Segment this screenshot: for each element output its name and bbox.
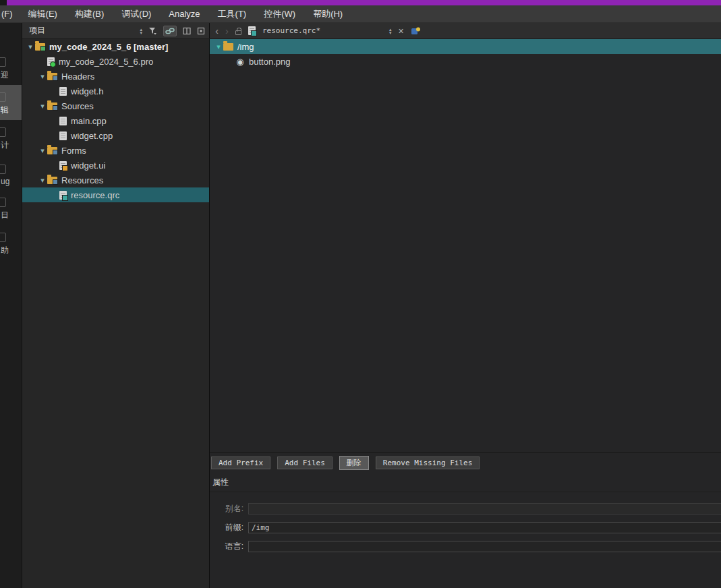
editor-window-icon[interactable] <box>411 26 421 36</box>
mode-design[interactable]: 计 <box>0 120 22 155</box>
sources-folder-icon <box>47 102 57 110</box>
filter-icon[interactable] <box>148 27 157 35</box>
open-file-icon <box>248 26 256 35</box>
chevron-down-icon[interactable]: ▾ <box>214 42 223 51</box>
tree-item-label: Headers <box>61 71 94 82</box>
open-document-name[interactable]: resource.qrc* <box>262 26 382 35</box>
tree-row-resources[interactable]: ▾ Resources <box>22 173 209 187</box>
mode-design-label: 计 <box>1 140 9 151</box>
mode-edit-label: 辑 <box>1 105 9 116</box>
menu-item-tools[interactable]: 工具(T) <box>209 5 256 22</box>
menu-item-widgets[interactable]: 控件(W) <box>255 5 304 22</box>
tree-row-project-root[interactable]: ▾ my_code_2024_5_6 [master] <box>22 39 209 54</box>
mode-debug-label: ug <box>1 177 9 186</box>
projects-icon <box>0 198 6 207</box>
chevron-down-icon[interactable]: ▾ <box>38 102 47 111</box>
language-row: 语言: <box>218 537 721 556</box>
panel-selector-arrows-icon[interactable]: ▴▾ <box>140 28 142 34</box>
document-selector-arrows-icon[interactable]: ▴▾ <box>389 28 392 34</box>
tree-row-headers[interactable]: ▾ Headers <box>22 69 209 84</box>
debug-icon <box>0 165 6 174</box>
menu-item-build[interactable]: 构建(B) <box>66 5 113 22</box>
tree-row-widget-h[interactable]: widget.h <box>22 84 209 98</box>
tree-row-main-cpp[interactable]: main.cpp <box>22 113 209 128</box>
tree-item-label: resource.qrc <box>71 190 119 200</box>
remove-missing-files-button[interactable]: Remove Missing Files <box>376 457 480 469</box>
forms-folder-icon <box>47 147 57 154</box>
tree-item-label: widget.cpp <box>71 131 113 141</box>
tree-item-label: main.cpp <box>71 116 107 126</box>
editor-toolbar: ‹ › resource.qrc* ▴▾ × <box>210 23 721 38</box>
resource-button-bar: Add Prefix Add Files 删除 Remove Missing F… <box>210 452 721 473</box>
add-prefix-button[interactable]: Add Prefix <box>211 457 270 469</box>
mode-help[interactable]: 助 <box>0 225 22 260</box>
prefix-input[interactable] <box>248 522 721 533</box>
mode-sidebar: 迎 辑 计 ug 目 助 <box>0 23 22 588</box>
tree-row-pro-file[interactable]: my_code_2024_5_6.pro <box>22 54 209 69</box>
alias-row: 别名: <box>218 499 721 518</box>
prefix-folder-icon <box>223 43 233 51</box>
image-file-icon: ◉ <box>235 57 245 67</box>
menu-item-debug[interactable]: 调试(D) <box>113 5 160 22</box>
edit-icon <box>0 92 6 102</box>
mode-welcome[interactable]: 迎 <box>0 50 22 85</box>
qt-creator-window: (F) 编辑(E) 构建(B) 调试(D) Analyze 工具(T) 控件(W… <box>0 0 721 588</box>
chevron-down-icon[interactable]: ▾ <box>38 146 47 155</box>
tree-item-label: Sources <box>61 101 94 111</box>
resources-folder-icon <box>47 177 57 184</box>
project-panel-title: 项目 <box>29 25 45 36</box>
resource-prefix-row[interactable]: ▾ /img <box>210 39 721 54</box>
menu-item-help[interactable]: 帮助(H) <box>304 5 351 22</box>
split-panel-icon[interactable] <box>183 27 191 35</box>
menu-item-file[interactable]: (F) <box>0 5 20 22</box>
project-panel-header: 项目 ▴▾ <box>22 23 210 38</box>
tree-item-label: Resources <box>61 175 103 185</box>
properties-section-title: 属性 <box>210 473 721 492</box>
resource-editor-empty-area <box>210 69 721 452</box>
tree-item-label: widget.ui <box>71 160 105 171</box>
qrc-file-icon <box>59 191 67 200</box>
mode-welcome-label: 迎 <box>1 69 9 81</box>
header-file-icon <box>59 87 67 96</box>
tree-row-widget-cpp[interactable]: widget.cpp <box>22 128 209 143</box>
window-titlebar <box>0 0 721 5</box>
mode-edit[interactable]: 辑 <box>0 85 22 120</box>
close-document-icon[interactable]: × <box>399 26 404 36</box>
language-input[interactable] <box>248 541 721 552</box>
help-icon <box>0 233 6 242</box>
sync-with-editor-toggle[interactable] <box>163 26 177 36</box>
tree-row-resource-qrc[interactable]: resource.qrc <box>22 187 209 202</box>
resource-file-label: button.png <box>249 57 290 67</box>
source-file-icon <box>59 131 67 140</box>
tree-row-widget-ui[interactable]: widget.ui <box>22 158 209 173</box>
chevron-down-icon[interactable]: ▾ <box>26 42 35 51</box>
menu-item-analyze[interactable]: Analyze <box>160 5 208 22</box>
forward-arrow-icon[interactable]: › <box>225 26 229 36</box>
tree-item-label: widget.h <box>71 86 103 96</box>
menu-item-edit[interactable]: 编辑(E) <box>20 5 66 22</box>
chevron-down-icon[interactable]: ▾ <box>38 176 47 185</box>
project-folder-icon <box>35 43 45 51</box>
chevron-down-icon[interactable]: ▾ <box>38 72 47 81</box>
editor-bottom-spacer <box>210 560 721 588</box>
source-file-icon <box>59 117 67 125</box>
resource-editor: ▾ /img ◉ button.png Add Prefix Add Files… <box>210 39 721 588</box>
mode-projects[interactable]: 目 <box>0 190 22 225</box>
add-files-button[interactable]: Add Files <box>277 457 333 469</box>
close-panel-icon[interactable] <box>197 27 205 35</box>
resource-prefix-label: /img <box>237 42 254 52</box>
language-label: 语言: <box>218 541 243 552</box>
remove-button[interactable]: 删除 <box>339 456 369 470</box>
mode-debug[interactable]: ug <box>0 155 22 190</box>
ui-file-icon <box>59 161 67 170</box>
window-corner-icon <box>0 0 7 5</box>
alias-input[interactable] <box>248 503 721 514</box>
tree-row-sources[interactable]: ▾ Sources <box>22 98 209 113</box>
headers-folder-icon <box>47 73 57 80</box>
resource-file-row[interactable]: ◉ button.png <box>210 54 721 69</box>
back-arrow-icon[interactable]: ‹ <box>215 26 219 36</box>
tree-row-forms[interactable]: ▾ Forms <box>22 143 209 158</box>
menu-bar: (F) 编辑(E) 构建(B) 调试(D) Analyze 工具(T) 控件(W… <box>0 5 721 23</box>
lock-icon[interactable] <box>235 30 241 35</box>
prefix-label: 前缀: <box>218 522 243 533</box>
